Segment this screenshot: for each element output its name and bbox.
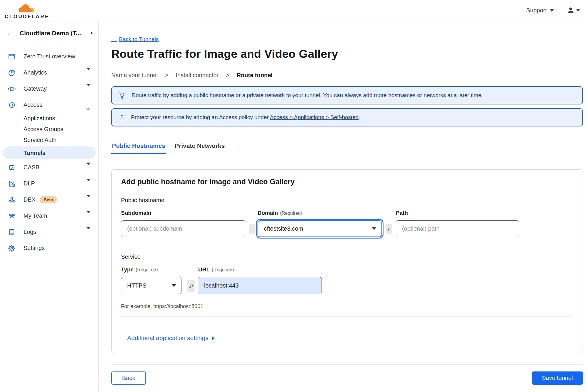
- sidebar-item-logs[interactable]: Logs: [0, 224, 98, 240]
- chevron-down-icon: [550, 9, 554, 12]
- back-button[interactable]: Back: [111, 371, 146, 385]
- sidebar-item-my-team[interactable]: My Team: [0, 208, 98, 224]
- cloudflare-logo: CLOUDFLARE: [5, 3, 49, 20]
- type-label: Type(Required): [121, 266, 158, 273]
- sidebar-item-label: Access: [23, 102, 78, 108]
- access-policy-banner: Protect your resource by adding an Acces…: [111, 108, 583, 126]
- domain-label: Domain(Required): [258, 210, 302, 216]
- support-menu[interactable]: Support: [526, 7, 554, 14]
- sidebar-item-access[interactable]: Access: [0, 97, 98, 113]
- tab-bar: Public Hostnames Private Networks: [111, 142, 583, 154]
- cloudflare-logo-text: CLOUDFLARE: [5, 14, 49, 20]
- lightbulb-icon: [118, 92, 126, 99]
- sidebar-item-label: Gateway: [23, 85, 78, 92]
- access-icon: [8, 101, 16, 109]
- main-area: ← Back to Tunnels Route Traffic for Imag…: [99, 21, 587, 392]
- access-subnav: Applications Access Groups Service Auth …: [0, 113, 98, 159]
- sidebar-item-access-groups[interactable]: Access Groups: [0, 124, 98, 135]
- sidebar-item-label: CASB: [23, 164, 78, 171]
- chevron-down-icon: [576, 9, 580, 11]
- chevron-right-icon: [91, 31, 93, 35]
- tab-private-networks[interactable]: Private Networks: [174, 142, 225, 154]
- access-policy-banner-text: Protect your resource by adding an Acces…: [131, 114, 360, 121]
- subdomain-label: Subdomain: [121, 210, 151, 216]
- chevron-up-icon: [86, 102, 90, 108]
- step-separator: >: [165, 72, 169, 79]
- step-install-connector[interactable]: Install connector: [176, 72, 219, 79]
- sidebar-item-label: My Team: [23, 212, 78, 219]
- tip-banner-text: Route traffic by adding a public hostnam…: [132, 92, 483, 99]
- chevron-down-icon: [86, 86, 90, 92]
- url-input[interactable]: [198, 277, 322, 294]
- sidebar-item-settings[interactable]: Settings: [0, 240, 98, 256]
- support-label: Support: [526, 7, 547, 14]
- path-input[interactable]: [396, 220, 519, 237]
- sidebar-item-label: Logs: [23, 229, 78, 235]
- footer-actions: Back Save tunnel: [111, 371, 583, 385]
- path-label: Path: [396, 210, 408, 216]
- additional-settings-toggle[interactable]: Additional application settings: [127, 334, 215, 342]
- lock-icon: [118, 114, 126, 121]
- casb-check-icon: [8, 163, 16, 171]
- tip-banner: Route traffic by adding a public hostnam…: [111, 86, 583, 104]
- sidebar-item-label: DEX Beta: [23, 196, 78, 203]
- footer-divider: [111, 364, 583, 365]
- wizard-steps: Name your tunnel > Install connector > R…: [111, 72, 583, 79]
- sidebar-item-gateway[interactable]: Gateway: [0, 81, 98, 97]
- service-type-select[interactable]: HTTPS: [121, 277, 181, 294]
- domain-select[interactable]: cftestsite3.com: [258, 220, 382, 237]
- service-label: Service: [121, 254, 573, 260]
- sidebar-item-service-auth[interactable]: Service Auth: [0, 135, 98, 146]
- domain-select-value: cftestsite3.com: [264, 225, 303, 232]
- chevron-down-icon: [86, 229, 90, 235]
- sidebar-item-dlp[interactable]: DLP: [0, 175, 98, 192]
- chevron-right-icon: [212, 336, 215, 340]
- dex-network-icon: [8, 196, 16, 204]
- required-note: (Required): [212, 267, 234, 272]
- card-heading: Add public hostname for Image and Video …: [121, 178, 573, 186]
- step-route-tunnel: Route tunnel: [237, 72, 273, 79]
- public-hostname-label: Public hostname: [121, 197, 573, 204]
- sidebar-item-zero-trust-overview[interactable]: Zero Trust overview: [0, 48, 98, 65]
- step-name-your-tunnel[interactable]: Name your tunnel: [111, 72, 158, 79]
- document-lock-icon: [8, 180, 16, 187]
- account-switcher[interactable]: ← Cloudflare Demo (T...: [0, 21, 98, 45]
- chevron-down-icon: [372, 227, 376, 230]
- sidebar: ← Cloudflare Demo (T... Zero Trust overv…: [0, 21, 99, 392]
- sidebar-nav: Zero Trust overview Analytics: [0, 45, 98, 257]
- card-divider: [121, 316, 573, 317]
- list-document-icon: [8, 228, 16, 236]
- chevron-down-icon: [86, 181, 90, 186]
- sidebar-item-casb[interactable]: CASB: [0, 159, 98, 175]
- url-label: URL(Required): [198, 266, 234, 273]
- gear-icon: [8, 244, 16, 252]
- sidebar-item-applications[interactable]: Applications: [0, 113, 98, 124]
- tab-public-hostnames[interactable]: Public Hostnames: [111, 142, 166, 154]
- account-name: Cloudflare Demo (T...: [20, 30, 85, 37]
- chevron-down-icon: [86, 197, 90, 202]
- chevron-down-icon: [172, 284, 176, 287]
- scheme-separator: ://: [187, 280, 195, 292]
- gateway-icon: [8, 85, 16, 93]
- save-tunnel-button[interactable]: Save tunnel: [532, 371, 583, 385]
- sidebar-item-label: Settings: [23, 245, 90, 251]
- beta-badge: Beta: [40, 196, 57, 203]
- subdomain-input[interactable]: [121, 220, 245, 237]
- hostname-form-card: Add public hostname for Image and Video …: [111, 169, 583, 353]
- back-arrow-icon[interactable]: ←: [6, 29, 14, 37]
- access-applications-link[interactable]: Access > Applications > Self-hosted: [270, 114, 359, 120]
- sidebar-item-analytics[interactable]: Analytics: [0, 65, 98, 81]
- required-note: (Required): [280, 211, 302, 216]
- sidebar-item-dex[interactable]: DEX Beta: [0, 192, 98, 208]
- sidebar-divider: [0, 257, 98, 257]
- service-type-value: HTTPS: [127, 282, 147, 289]
- sidebar-item-label: DLP: [23, 180, 78, 187]
- sidebar-item-tunnels[interactable]: Tunnels: [3, 146, 96, 159]
- user-menu[interactable]: [567, 6, 580, 14]
- dot-separator: .: [249, 224, 255, 234]
- back-to-tunnels-link[interactable]: ← Back to Tunnels: [111, 36, 159, 43]
- people-icon: [8, 212, 16, 220]
- pie-chart-icon: [8, 69, 16, 77]
- sidebar-item-label: Zero Trust overview: [23, 53, 90, 60]
- url-example-text: For example, https://localhost:8001: [121, 303, 573, 310]
